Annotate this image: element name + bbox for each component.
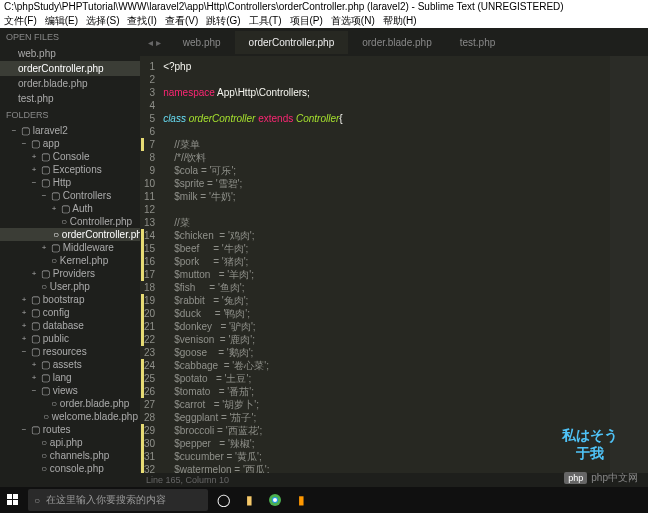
- folder-item[interactable]: −▢ app: [0, 137, 140, 150]
- folder-icon: −: [30, 386, 38, 395]
- code-editor[interactable]: 1234567891011121314151617181920212223242…: [140, 56, 648, 473]
- line-gutter: 1234567891011121314151617181920212223242…: [140, 56, 163, 473]
- status-bar: Line 165, Column 10: [140, 473, 648, 487]
- svg-rect-2: [7, 500, 12, 505]
- folder-icon: +: [40, 243, 48, 252]
- sidebar: OPEN FILES web.phporderController.phpord…: [0, 28, 140, 487]
- folder-icon: −: [40, 191, 48, 200]
- folder-icon: +: [30, 373, 38, 382]
- svg-point-6: [273, 498, 277, 502]
- menu-item[interactable]: 查看(V): [165, 14, 198, 28]
- sublime-icon[interactable]: ▮: [288, 487, 314, 513]
- folder-icon: −: [30, 178, 38, 187]
- editor-tab[interactable]: web.php: [169, 31, 235, 54]
- open-file-item[interactable]: order.blade.php: [0, 76, 140, 91]
- menu-item[interactable]: 帮助(H): [383, 14, 417, 28]
- windows-taskbar: ○ 在这里输入你要搜索的内容 ◯ ▮ ▮: [0, 487, 648, 513]
- folder-item[interactable]: +▢ Providers: [0, 267, 140, 280]
- svg-rect-0: [7, 494, 12, 499]
- folder-item[interactable]: +▢ bootstrap: [0, 293, 140, 306]
- folder-icon: −: [20, 425, 28, 434]
- folder-item[interactable]: −▢ Http: [0, 176, 140, 189]
- menu-item[interactable]: 查找(I): [127, 14, 156, 28]
- menu-item[interactable]: 工具(T): [249, 14, 282, 28]
- folder-item[interactable]: +▢ Middleware: [0, 241, 140, 254]
- menu-item[interactable]: 首选项(N): [331, 14, 375, 28]
- file-item[interactable]: ○ orderController.php: [0, 228, 140, 241]
- svg-rect-3: [13, 500, 18, 505]
- menu-item[interactable]: 文件(F): [4, 14, 37, 28]
- file-item[interactable]: ○ Controller.php: [0, 215, 140, 228]
- code-content[interactable]: <?php namespace App\Http\Controllers; cl…: [163, 56, 610, 473]
- folder-item[interactable]: +▢ Console: [0, 150, 140, 163]
- folder-item[interactable]: +▢ Exceptions: [0, 163, 140, 176]
- folder-item[interactable]: −▢ views: [0, 384, 140, 397]
- open-file-item[interactable]: web.php: [0, 46, 140, 61]
- tab-nav-arrows[interactable]: ◂ ▸: [140, 37, 169, 48]
- menu-item[interactable]: 项目(P): [290, 14, 323, 28]
- search-placeholder: 在这里输入你要搜索的内容: [46, 493, 166, 507]
- folder-item[interactable]: −▢ laravel2: [0, 124, 140, 137]
- menu-bar: 文件(F)编辑(E)选择(S)查找(I)查看(V)跳转(G)工具(T)项目(P)…: [0, 14, 648, 28]
- menu-item[interactable]: 选择(S): [86, 14, 119, 28]
- folder-icon: +: [30, 152, 38, 161]
- editor-tab[interactable]: orderController.php: [235, 31, 349, 54]
- folder-item[interactable]: +▢ assets: [0, 358, 140, 371]
- folder-icon: +: [30, 165, 38, 174]
- taskbar-search[interactable]: ○ 在这里输入你要搜索的内容: [28, 489, 208, 511]
- folder-icon: −: [20, 139, 28, 148]
- folder-item[interactable]: −▢ Controllers: [0, 189, 140, 202]
- menu-item[interactable]: 编辑(E): [45, 14, 78, 28]
- folder-item[interactable]: −▢ routes: [0, 423, 140, 436]
- file-item[interactable]: ○ order.blade.php: [0, 397, 140, 410]
- folder-icon: +: [20, 321, 28, 330]
- folder-icon: +: [30, 360, 38, 369]
- file-item[interactable]: ○ User.php: [0, 280, 140, 293]
- cortana-icon[interactable]: ◯: [210, 487, 236, 513]
- chrome-icon[interactable]: [262, 487, 288, 513]
- folder-item[interactable]: +▢ database: [0, 319, 140, 332]
- tab-bar: ◂ ▸ web.phporderController.phporder.blad…: [140, 28, 648, 56]
- open-files-header: OPEN FILES: [0, 28, 140, 46]
- window-title: C:\phpStudy\PHPTutorial\WWW\laravel2\app…: [0, 0, 648, 14]
- editor-area: ◂ ▸ web.phporderController.phporder.blad…: [140, 28, 648, 487]
- minimap[interactable]: [610, 56, 648, 473]
- folder-icon: +: [20, 295, 28, 304]
- folder-icon: +: [20, 308, 28, 317]
- folder-item[interactable]: +▢ lang: [0, 371, 140, 384]
- file-item[interactable]: ○ channels.php: [0, 449, 140, 462]
- folders-header: FOLDERS: [0, 106, 140, 124]
- folder-icon: +: [20, 334, 28, 343]
- folder-item[interactable]: +▢ public: [0, 332, 140, 345]
- menu-item[interactable]: 跳转(G): [206, 14, 240, 28]
- file-item[interactable]: ○ console.php: [0, 462, 140, 475]
- search-icon: ○: [34, 495, 40, 506]
- folder-item[interactable]: +▢ Auth: [0, 202, 140, 215]
- folder-icon: +: [50, 204, 58, 213]
- open-file-item[interactable]: orderController.php: [0, 61, 140, 76]
- file-item[interactable]: ○ Kernel.php: [0, 254, 140, 267]
- start-button[interactable]: [0, 487, 26, 513]
- explorer-icon[interactable]: ▮: [236, 487, 262, 513]
- folder-item[interactable]: −▢ resources: [0, 345, 140, 358]
- folder-icon: −: [10, 126, 18, 135]
- file-item[interactable]: ○ api.php: [0, 436, 140, 449]
- editor-tab[interactable]: order.blade.php: [348, 31, 446, 54]
- open-file-item[interactable]: test.php: [0, 91, 140, 106]
- folder-item[interactable]: +▢ config: [0, 306, 140, 319]
- folder-icon: −: [20, 347, 28, 356]
- editor-tab[interactable]: test.php: [446, 31, 510, 54]
- file-item[interactable]: ○ welcome.blade.php: [0, 410, 140, 423]
- svg-rect-1: [13, 494, 18, 499]
- folder-icon: +: [30, 269, 38, 278]
